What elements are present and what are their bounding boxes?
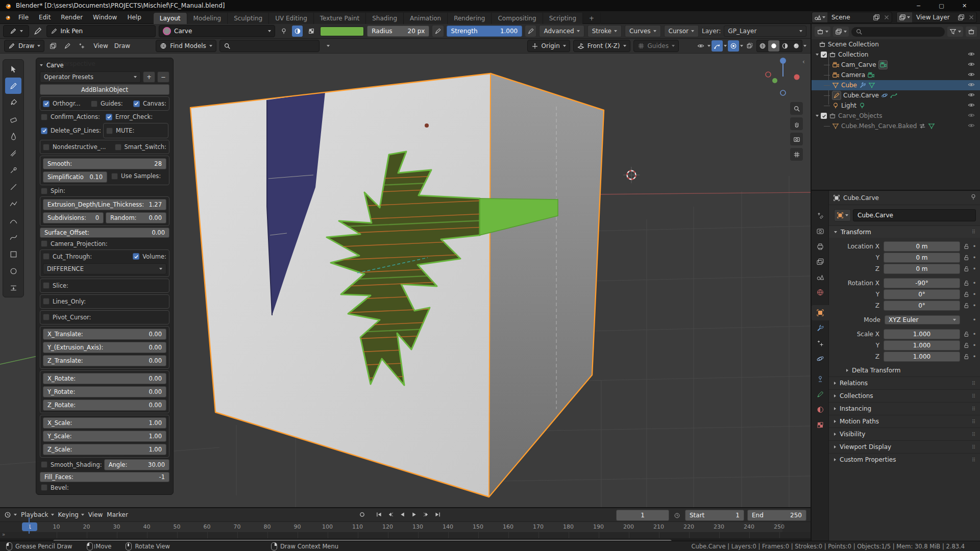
keying-menu[interactable]: Keying: [58, 511, 84, 518]
strength-slider[interactable]: Strength 1.000: [447, 26, 523, 37]
pivot-cursor-checkbox[interactable]: Pivot_Cursor:: [43, 313, 166, 322]
lock-icon[interactable]: [962, 254, 971, 261]
tab-view-layer[interactable]: [812, 254, 829, 269]
lock-icon[interactable]: [962, 302, 971, 309]
erase-tool[interactable]: [5, 111, 21, 128]
view-layer-unlink-icon[interactable]: [966, 12, 976, 22]
spin-checkbox[interactable]: Spin:: [40, 187, 169, 195]
location-y-field[interactable]: 0 m: [884, 253, 960, 263]
stroke-placement-icon[interactable]: [62, 40, 73, 52]
mesh-data-icon[interactable]: [928, 122, 935, 130]
row-camera[interactable]: Camera: [812, 70, 980, 80]
preset-remove-button[interactable]: −: [157, 71, 169, 83]
add-workspace-button[interactable]: +: [583, 13, 601, 24]
smooth-slider[interactable]: Smooth:28: [43, 158, 166, 169]
scene-name[interactable]: Scene: [827, 14, 871, 21]
tab-uv-editing[interactable]: UV Editing: [269, 13, 314, 24]
tint-tool[interactable]: [5, 128, 21, 144]
orientation-dropdown[interactable]: Front (X-Z): [573, 40, 630, 52]
y-scale-slider[interactable]: Y_Scale:1.00: [43, 431, 166, 442]
cut-through-checkbox[interactable]: Cut_Through:: [43, 252, 92, 261]
stroke-menu[interactable]: Stroke: [587, 25, 622, 37]
zoom-icon[interactable]: [790, 102, 803, 115]
row-carve-objects[interactable]: Carve_Objects: [812, 111, 980, 121]
view-layer-name[interactable]: View Layer: [912, 14, 956, 21]
nondestructive-checkbox[interactable]: Nondestructive_...: [43, 142, 106, 152]
light-data-icon[interactable]: [859, 102, 866, 109]
rotation-y-field[interactable]: 0°: [884, 289, 960, 299]
tab-modifiers[interactable]: [812, 320, 829, 336]
ortho-toggle-icon[interactable]: [790, 148, 803, 161]
menu-render[interactable]: Render: [56, 14, 88, 21]
draw-tool[interactable]: [5, 78, 21, 94]
find-models-dropdown[interactable]: Find Models: [156, 40, 216, 52]
auto-key-record-icon[interactable]: [357, 510, 367, 519]
section-visibility[interactable]: Visibility⠿: [829, 428, 980, 440]
cursor-menu[interactable]: Cursor: [664, 25, 699, 37]
box-tool[interactable]: [5, 246, 21, 262]
y-extrusion-axis-slider[interactable]: Y_(Extrusion_Axis):0.00: [43, 342, 166, 353]
rotation-z-field[interactable]: 0°: [884, 300, 960, 311]
close-button[interactable]: ✕: [953, 0, 976, 11]
lock-icon[interactable]: [962, 353, 971, 360]
bevel-checkbox[interactable]: Bevel:: [40, 484, 169, 492]
viewport-3d[interactable]: Draw View Draw Find Models Origin Front …: [0, 39, 811, 507]
new-collection-icon[interactable]: [966, 27, 977, 37]
scale-y-field[interactable]: 1.000: [884, 340, 960, 350]
row-collection[interactable]: Collection: [812, 49, 980, 60]
texture-checker-icon[interactable]: [306, 26, 316, 37]
x-rotate-slider[interactable]: X_Rotate:0.00: [43, 373, 166, 384]
gp-layer-dropdown[interactable]: GP_Layer: [724, 26, 806, 37]
playback-menu[interactable]: Playback: [21, 511, 54, 518]
curve-tool[interactable]: [5, 229, 21, 245]
menu-file[interactable]: File: [13, 14, 34, 21]
y-rotate-slider[interactable]: Y_Rotate:0.00: [43, 386, 166, 397]
random-slider[interactable]: Random:0.00: [106, 212, 166, 223]
channel-expand-icon[interactable]: »: [2, 532, 5, 537]
add-blank-object-button[interactable]: AddBlankObject: [40, 84, 169, 95]
outliner-search-input[interactable]: [851, 27, 945, 37]
view-layer-new-icon[interactable]: [956, 12, 966, 22]
menu-help[interactable]: Help: [122, 14, 146, 21]
minimize-button[interactable]: ─: [907, 0, 930, 11]
origin-dropdown[interactable]: Origin: [527, 40, 570, 52]
camera-data-icon[interactable]: [878, 60, 888, 69]
shading-rendered-icon[interactable]: [791, 40, 802, 52]
section-instancing[interactable]: Instancing⠿: [829, 402, 980, 415]
interpolate-tool[interactable]: [5, 280, 21, 296]
current-frame-badge[interactable]: 1: [22, 522, 37, 531]
modifier-wrench-icon[interactable]: [859, 82, 866, 89]
camera-view-icon[interactable]: [790, 133, 803, 145]
orthographic-checkbox[interactable]: Orthogr...: [43, 99, 81, 108]
eye-icon[interactable]: [968, 122, 975, 131]
tab-compositing[interactable]: Compositing: [492, 13, 543, 24]
gizmos-toggle-icon[interactable]: [712, 40, 723, 52]
camera-data-icon[interactable]: [867, 71, 874, 79]
timeline-ruler[interactable]: 1020304050607080901001101201301401501601…: [0, 521, 811, 532]
sidebar-collapse-icon[interactable]: ‹: [802, 58, 805, 65]
curve-data-icon[interactable]: [890, 92, 897, 99]
section-delta-transform[interactable]: Delta Transform: [829, 364, 980, 377]
transform-panel-header[interactable]: Transform⠿: [829, 226, 980, 238]
lock-icon[interactable]: [962, 342, 971, 349]
pin-material-icon[interactable]: [278, 26, 289, 37]
cursor-tool[interactable]: [5, 61, 21, 77]
row-cube-mesh-carve-baked[interactable]: Cube.Mesh_Carve.Baked: [812, 121, 980, 131]
subdivisions-slider[interactable]: Subdivisions:0: [43, 212, 104, 223]
multiframe-icon[interactable]: [47, 40, 59, 52]
jump-to-end-button[interactable]: [433, 510, 443, 519]
lock-icon[interactable]: [962, 331, 971, 338]
tab-modeling[interactable]: Modeling: [187, 13, 228, 24]
active-tool-button[interactable]: [3, 25, 29, 37]
scene-new-icon[interactable]: [871, 12, 881, 22]
lock-icon[interactable]: [962, 280, 971, 287]
brush-name-field[interactable]: Ink Pen: [46, 25, 156, 37]
snap-icon[interactable]: [76, 40, 87, 52]
display-mode-dropdown[interactable]: [833, 27, 849, 37]
volume-checkbox[interactable]: Volume:: [133, 252, 166, 261]
guides-checkbox[interactable]: Guides:: [91, 99, 123, 108]
cutter-tool[interactable]: [5, 145, 21, 161]
gp-data-icon[interactable]: [881, 92, 888, 99]
xray-toggle-icon[interactable]: [744, 40, 755, 52]
eye-icon[interactable]: [968, 61, 975, 69]
